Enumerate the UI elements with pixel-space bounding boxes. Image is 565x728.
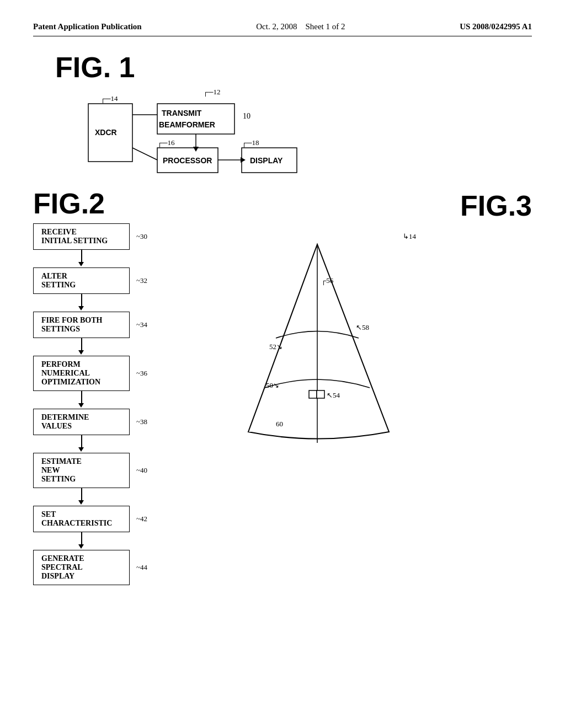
fig3-section: FIG.3 ↳14 [215,189,532,432]
flow-box: ALTERSETTING [33,267,130,294]
page: Patent Application Publication Oct. 2, 2… [0,0,565,728]
flow-ref-label: ~40 [136,466,147,475]
flow-ref-label: ~30 [136,232,147,241]
patent-number: US 2008/0242995 A1 [460,22,532,31]
date-label: Oct. 2, 2008 [256,22,297,31]
publication-label: Patent Application Publication [33,22,142,31]
svg-text:TRANSMIT: TRANSMIT [162,109,202,117]
svg-text:10: 10 [243,112,250,120]
flow-text: DISPLAY [41,572,74,580]
arrowhead [78,500,84,505]
fig3-svg: ↳14 ┌56 [232,228,430,448]
flow-step-row: SETCHARACTERISTIC~42 [33,506,147,532]
page-header: Patent Application Publication Oct. 2, 2… [33,22,532,36]
flow-text: DETERMINE [41,413,89,421]
flow-box: GENERATESPECTRALDISPLAY [33,550,130,585]
flowchart: RECEIVEINITIAL SETTING~30ALTERSETTING~32… [33,223,199,585]
flow-step-row: RECEIVEINITIAL SETTING~30 [33,223,147,250]
flow-text: SETTINGS [41,325,80,333]
flow-text: SETTING [41,281,76,289]
flow-text: RECEIVE [41,228,77,236]
flow-box: FIRE FOR BOTHSETTINGS [33,312,130,338]
flow-text: INITIAL SETTING [41,237,108,245]
flow-text: CHARACTERISTIC [41,519,112,527]
fig2-label: FIG.2 [33,189,199,218]
svg-text:┌─12: ┌─12 [203,88,220,97]
flow-step-row: GENERATESPECTRALDISPLAY~44 [33,550,147,585]
flow-ref-label: ~42 [136,515,147,523]
flow-text: SPECTRAL [41,563,83,571]
flow-text: NUMERICAL [41,369,90,377]
flow-step-row: PERFORMNUMERICALOPTIMIZATION~36 [33,356,147,391]
flow-ref-label: ~34 [136,320,147,329]
fig1-section: FIG. 1 ┌─12 ┌─14 XDCR TRANSMIT BEAMFORME… [33,53,532,184]
flow-arrow [81,532,82,544]
flow-box: PERFORMNUMERICALOPTIMIZATION [33,356,130,391]
flow-box: DETERMINEVALUES [33,409,130,435]
svg-text:PROCESSOR: PROCESSOR [163,156,212,165]
svg-text:┌─18: ┌─18 [242,138,259,148]
fig2-fig3-row: FIG.2 RECEIVEINITIAL SETTING~30ALTERSETT… [33,189,532,585]
flow-arrow [81,391,82,403]
flow-box: RECEIVEINITIAL SETTING [33,223,130,250]
svg-text:┌─14: ┌─14 [100,94,118,104]
svg-text:┌─16: ┌─16 [157,138,175,148]
flow-text: VALUES [41,422,72,430]
arrowhead [78,447,84,452]
svg-text:↖58: ↖58 [356,323,369,331]
flow-step-row: DETERMINEVALUES~38 [33,409,147,435]
flow-text: GENERATE [41,554,84,563]
flow-text: OPTIMIZATION [41,378,100,386]
svg-text:60: 60 [276,420,283,428]
svg-rect-22 [309,390,317,398]
flow-text: ALTER [41,272,67,280]
flow-text: NEW [41,466,60,474]
svg-text:↖54: ↖54 [327,391,340,399]
flow-arrow [81,250,82,262]
svg-text:BEAMFORMER: BEAMFORMER [159,120,215,129]
fig1-label: FIG. 1 [55,53,532,82]
svg-text:50↘: 50↘ [266,381,279,389]
arrowhead [78,350,84,355]
flow-text: PERFORM [41,360,81,368]
flow-arrow [81,488,82,500]
svg-text:XDCR: XDCR [95,128,117,137]
flow-ref-label: ~36 [136,369,147,378]
arrowhead [78,262,84,266]
fig3-diagram: ↳14 ┌56 [232,228,419,432]
sheet-label: Sheet 1 of 2 [305,22,345,31]
flow-step-row: ALTERSETTING~32 [33,267,147,294]
fig1-svg: ┌─12 ┌─14 XDCR TRANSMIT BEAMFORMER 10 ┌─… [66,84,375,184]
arrowhead [78,403,84,408]
svg-text:DISPLAY: DISPLAY [250,156,283,165]
arrowhead [78,306,84,311]
flow-arrow [81,294,82,306]
flow-arrow [81,435,82,447]
svg-text:52↘: 52↘ [269,342,282,351]
svg-text:┌56: ┌56 [321,276,334,286]
flow-box: ESTIMATENEWSETTING [33,453,130,488]
fig2-section: FIG.2 RECEIVEINITIAL SETTING~30ALTERSETT… [33,189,199,585]
header-center: Oct. 2, 2008 Sheet 1 of 2 [256,22,345,31]
flow-ref-label: ~38 [136,417,147,426]
svg-text:↳14: ↳14 [403,232,417,240]
flow-text: ESTIMATE [41,457,82,465]
flow-step-row: ESTIMATENEWSETTING~40 [33,453,147,488]
flow-ref-label: ~44 [136,563,147,572]
flow-arrow [81,338,82,350]
svg-rect-23 [317,390,324,398]
flow-box: SETCHARACTERISTIC [33,506,130,532]
fig1-diagram: ┌─12 ┌─14 XDCR TRANSMIT BEAMFORMER 10 ┌─… [66,84,532,184]
flow-text: FIRE FOR BOTH [41,316,102,324]
fig3-label: FIG.3 [215,189,532,222]
arrowhead [78,544,84,549]
flow-step-row: FIRE FOR BOTHSETTINGS~34 [33,312,147,338]
flow-text: SETTING [41,475,76,483]
flow-text: SET [41,510,56,518]
svg-line-15 [132,148,157,160]
flow-ref-label: ~32 [136,276,147,285]
